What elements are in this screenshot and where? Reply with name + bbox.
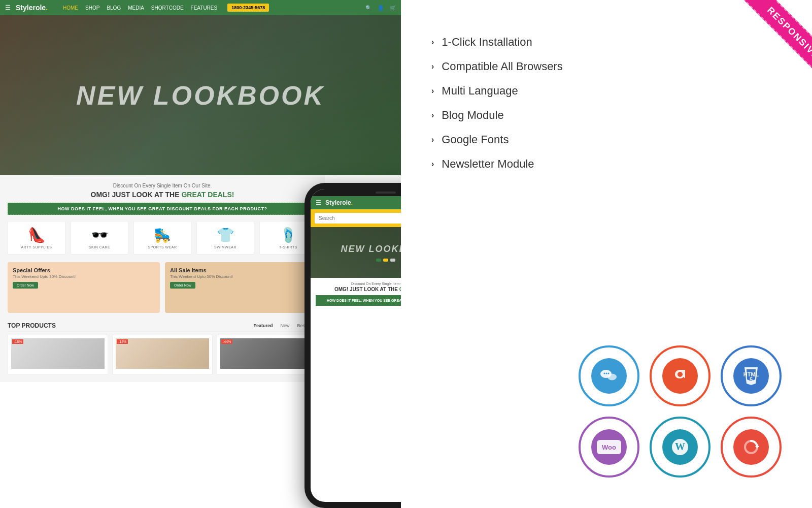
category-skincare[interactable]: 🕶️ SKIN CARE: [71, 221, 128, 255]
product-card-2[interactable]: -13%: [112, 335, 213, 374]
swimwear-label: SWIMWEAR: [199, 245, 251, 249]
feature-text-3: Multi Language: [442, 84, 518, 98]
discount-badge-3: -44%: [221, 339, 232, 344]
offer-special: Special Offers This Weekend Upto 30% Dis…: [8, 262, 160, 313]
product-card-1[interactable]: -18%: [8, 335, 108, 374]
discount-badge-2: -13%: [117, 339, 128, 344]
nav-icons: 🔍 👤 🛒: [365, 5, 396, 11]
product-img-2: -13%: [116, 338, 209, 369]
mobile-screen: ☰ Stylerole. 👤 🛒 Items(0) 🔍 NEW LOOKBOOK: [311, 189, 401, 502]
opencart-inner: [733, 429, 769, 465]
skincare-label: SKIN CARE: [74, 245, 125, 249]
arrow-icon-3: ›: [431, 86, 434, 96]
discount-badge-1: -18%: [12, 339, 23, 344]
html5-inner: HTML 5: [733, 358, 769, 394]
nav-shortcode[interactable]: SHORTCODE: [151, 5, 184, 11]
woo-inner: Woo: [591, 429, 627, 465]
mobile-great-deals: GREAT DEALS!: [399, 287, 401, 292]
mobile-hamburger-icon[interactable]: ☰: [316, 199, 321, 206]
responsive-banner: RESPONSIVE: [716, 0, 812, 97]
mobile-omg-headline: OMG! JUST LOOK AT THE GREAT DEALS!: [316, 287, 401, 292]
offer-title-2: All Sale Items: [170, 267, 312, 273]
right-panel: RESPONSIVE › 1-Click Installation › Comp…: [401, 0, 812, 508]
product-card-3[interactable]: -44%: [217, 335, 317, 374]
offers-row: Special Offers This Weekend Upto 30% Dis…: [8, 262, 317, 313]
skincare-icon: 🕶️: [74, 227, 125, 243]
hero-image: NEW LOOKBOOK: [0, 15, 401, 175]
mobile-search-input[interactable]: [315, 213, 401, 224]
feature-text-5: Google Fonts: [442, 133, 509, 146]
nav-links: HOME SHOP BLOG MEDIA SHORTCODE FEATURES: [63, 5, 217, 11]
product-row: -18% -13% -44%: [8, 332, 317, 374]
mobile-header: ☰ Stylerole. 👤 🛒 Items(0): [311, 196, 401, 209]
nav-media[interactable]: MEDIA: [128, 5, 144, 11]
svg-point-3: [606, 373, 607, 374]
top-products-header: TOP PRODUCTS Featured New Bestseller: [8, 318, 317, 332]
browser-nav: ☰ Stylerole. HOME SHOP BLOG MEDIA SHORTC…: [0, 0, 401, 15]
speaker: [376, 192, 396, 194]
mobile-logo: Stylerole.: [325, 199, 353, 206]
order-btn-2[interactable]: Order Now: [170, 282, 195, 289]
opencart-icon[interactable]: [721, 417, 782, 478]
mobile-green-banner: HOW DOES IT FEEL, WHEN YOU SEE GREAT DIS…: [316, 295, 401, 306]
tech-icons-grid: HTML 5 Woo W: [579, 345, 782, 478]
user-icon[interactable]: 👤: [378, 5, 384, 11]
wordpress-icon[interactable]: W: [650, 417, 710, 478]
svg-point-2: [604, 373, 605, 374]
discount-line: Discount On Every Single Item On Our Sit…: [8, 183, 317, 188]
order-btn-1[interactable]: Order Now: [13, 282, 38, 289]
desktop-logo: Stylerole.: [16, 4, 48, 12]
category-swimwear[interactable]: 👕 SWIMWEAR: [196, 221, 254, 255]
category-sports[interactable]: 🛼 SPORTS WEAR: [133, 221, 191, 255]
mobile-logo-dot: .: [351, 199, 353, 206]
mobile-preview: ☰ Stylerole. 👤 🛒 Items(0) 🔍 NEW LOOKBOOK: [304, 183, 401, 508]
phone-button[interactable]: 1800-2345-5678: [227, 4, 269, 12]
arrow-icon-6: ›: [431, 160, 434, 169]
nav-blog[interactable]: BLOG: [107, 5, 121, 11]
feature-item-4: › Blog Module: [431, 109, 782, 122]
offer-title-1: Special Offers: [13, 267, 155, 273]
green-promo-banner: HOW DOES IT FEEL, WHEN YOU SEE GREAT DIS…: [8, 203, 317, 215]
shop-section: Discount On Every Single Item On Our Sit…: [0, 175, 325, 382]
nav-home[interactable]: HOME: [63, 5, 78, 11]
top-products-title: TOP PRODUCTS: [8, 322, 56, 329]
wordpress-inner: W: [662, 429, 698, 465]
woo-icon[interactable]: Woo: [579, 417, 639, 478]
mobile-hero: NEW LOOKBOOK: [311, 227, 401, 278]
category-arty[interactable]: 👠 ARTY SUPPLIES: [8, 221, 65, 255]
svg-text:5: 5: [750, 376, 753, 383]
svg-text:W: W: [675, 441, 685, 452]
mobile-hero-text: NEW LOOKBOOK: [341, 244, 401, 255]
mobile-status-bar: [311, 189, 401, 196]
hero-text: NEW LOOKBOOK: [76, 80, 325, 111]
prestashop-inner: [662, 358, 698, 394]
dot-2[interactable]: [383, 259, 388, 262]
offer-sale: All Sale Items This Weekend Upto 50% Dis…: [165, 262, 317, 313]
tab-new[interactable]: New: [280, 323, 289, 328]
search-icon[interactable]: 🔍: [365, 5, 371, 11]
responsive-ribbon: RESPONSIVE: [739, 0, 812, 74]
tab-featured[interactable]: Featured: [253, 323, 273, 328]
wechat-icon[interactable]: [579, 345, 639, 406]
hamburger-icon: ☰: [5, 4, 11, 11]
nav-features[interactable]: FEATURES: [191, 5, 218, 11]
prestashop-icon[interactable]: [650, 345, 710, 406]
html5-icon[interactable]: HTML 5: [721, 345, 782, 406]
product-img-3: -44%: [220, 338, 314, 369]
svg-point-4: [608, 373, 610, 374]
feature-text-1: 1-Click Installation: [442, 36, 532, 49]
arrow-icon-1: ›: [431, 38, 434, 47]
great-deals-highlight: GREAT DEALS!: [181, 190, 234, 199]
sports-icon: 🛼: [137, 227, 188, 243]
offer-subtitle-2: This Weekend Upto 50% Discount!: [170, 274, 312, 279]
product-img-1: -18%: [11, 338, 105, 369]
nav-shop[interactable]: SHOP: [85, 5, 99, 11]
offer-subtitle-1: This Weekend Upto 30% Discount!: [13, 274, 155, 279]
cart-icon[interactable]: 🛒: [390, 5, 396, 11]
dot-1[interactable]: [376, 259, 381, 262]
arty-label: ARTY SUPPLIES: [11, 245, 62, 249]
feature-item-6: › Newsletter Module: [431, 157, 782, 171]
arrow-icon-4: ›: [431, 111, 434, 120]
svg-point-1: [607, 374, 617, 380]
dot-3[interactable]: [390, 259, 395, 262]
